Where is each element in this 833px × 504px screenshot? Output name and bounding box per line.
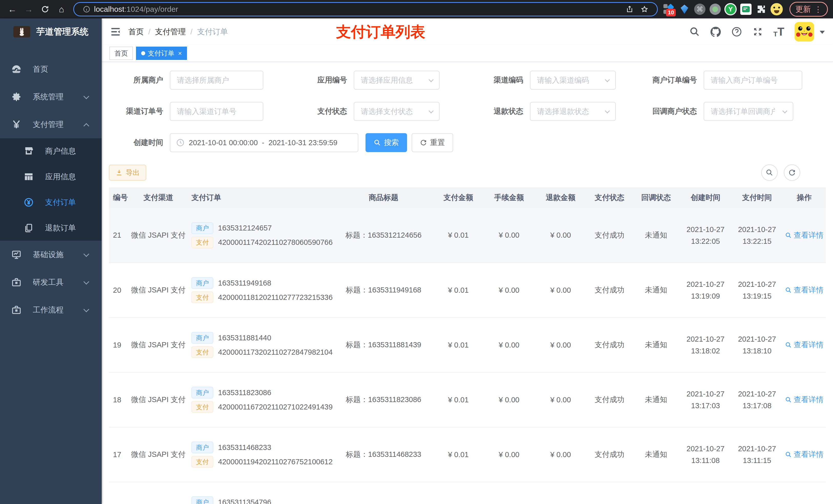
browser-home-button[interactable]: ⌂ [54, 2, 69, 16]
cell-pay-status: 支付成功 [587, 263, 633, 317]
sidebar-item-merchant-info[interactable]: 商户信息 [0, 138, 102, 164]
github-icon[interactable] [710, 26, 721, 37]
close-icon[interactable]: × [178, 49, 182, 57]
cell-create-time: 2021-10-2713:22:05 [680, 208, 731, 263]
date-end: 2021-10-31 23:59:59 [268, 139, 337, 147]
sidebar-item-system[interactable]: 系统管理 [0, 83, 102, 111]
avatar-dropdown-caret[interactable] [820, 31, 825, 37]
share-icon[interactable] [626, 5, 634, 13]
view-detail-link[interactable]: 查看详情 [785, 340, 824, 350]
merchant-select-input[interactable] [170, 71, 263, 90]
sidebar-item-label: 系统管理 [33, 92, 64, 102]
channel-code-select-input[interactable] [530, 71, 616, 90]
page-content: 所属商户 应用编号 渠道编码 商户订单编号 [102, 62, 833, 504]
browser-update-button[interactable]: 更新 ⋮ [789, 2, 828, 17]
fullscreen-icon[interactable] [752, 26, 763, 37]
pay-status-select-input[interactable] [354, 102, 439, 121]
browser-profile-avatar[interactable] [770, 3, 783, 16]
extension-command-icon[interactable]: ⌘ [693, 3, 707, 16]
extension-record-icon[interactable] [709, 3, 722, 16]
help-icon[interactable] [731, 26, 742, 37]
pay-tag: 支付 [191, 346, 213, 358]
cell-pay-order: 商户1635312124657 支付4200001174202110278060… [187, 208, 334, 263]
col-pay-order: 支付订单 [187, 188, 334, 208]
sidebar-item-app-info[interactable]: 应用信息 [0, 164, 102, 190]
toggle-search-button[interactable] [761, 164, 778, 181]
refresh-table-button[interactable] [784, 164, 800, 181]
font-size-icon[interactable]: TT [773, 26, 784, 38]
user-avatar[interactable] [794, 22, 814, 42]
cell-channel [129, 482, 188, 504]
merchant-tag: 商户 [191, 277, 213, 289]
channel-order-no-input[interactable] [170, 102, 263, 121]
sidebar-item-dev-tools[interactable]: 研发工具 [0, 268, 102, 296]
view-detail-link[interactable]: 查看详情 [785, 450, 824, 460]
rabbit-icon [18, 27, 26, 36]
reset-button[interactable]: 重置 [412, 133, 453, 152]
tag-label: 支付订单 [148, 49, 174, 58]
cell-id: 19 [109, 317, 129, 373]
cell-create-time: 2021-10-2713:17:03 [680, 373, 731, 427]
extension-workspace-icon[interactable]: 10 [662, 3, 676, 16]
browser-back-button[interactable]: ← [5, 2, 20, 16]
merchant-order-no: 1635311881440 [218, 334, 271, 342]
field-label: 渠道订单号 [109, 106, 170, 117]
gear-icon [11, 92, 22, 102]
shop-icon [24, 146, 34, 156]
cell-amount: ¥ 0.01 [433, 427, 483, 482]
cell-actions [783, 482, 826, 504]
view-detail-link[interactable]: 查看详情 [785, 285, 824, 295]
col-fee: 手续金额 [483, 188, 534, 208]
bookmark-star-icon[interactable] [641, 5, 648, 13]
notify-status-select-input[interactable] [704, 102, 793, 121]
yen-icon [11, 119, 22, 129]
sidebar-collapse-icon[interactable] [110, 26, 121, 38]
export-button[interactable]: 导出 [109, 165, 146, 181]
sidebar-item-workflow[interactable]: 工作流程 [0, 296, 102, 324]
field-label: 创建时间 [109, 138, 170, 148]
tags-view: 首页 支付订单 × [102, 45, 833, 62]
cell-notify-status: 未通知 [633, 263, 680, 317]
pikachu-avatar-icon [794, 22, 814, 42]
extension-chat-icon[interactable] [739, 3, 753, 16]
tag-pay-order[interactable]: 支付订单 × [136, 47, 187, 60]
cell-pay-time: 2021-10-2713:22:15 [731, 208, 783, 263]
sidebar-item-infra[interactable]: 基础设施 [0, 241, 102, 268]
browser-menu-icon[interactable]: ⋮ [814, 5, 822, 14]
cell-pay-time [731, 482, 783, 504]
view-detail-link[interactable]: 查看详情 [785, 394, 824, 405]
table-row: 商户1635311354796 支付 [109, 482, 826, 504]
merchant-tag: 商户 [191, 496, 213, 504]
search-icon[interactable] [689, 26, 700, 37]
sidebar-item-home[interactable]: 首页 [0, 55, 102, 83]
breadcrumb-home[interactable]: 首页 [128, 27, 144, 37]
sidebar-item-payment[interactable]: 支付管理 [0, 111, 102, 138]
view-detail-link[interactable]: 查看详情 [785, 230, 824, 240]
app-select-input[interactable] [354, 71, 439, 90]
url-bar[interactable]: localhost:1024/pay/order [73, 2, 658, 16]
tag-home[interactable]: 首页 [110, 47, 133, 60]
sidebar-item-refund-order[interactable]: 退款订单 [0, 215, 102, 241]
extension-gem-icon[interactable] [678, 3, 691, 16]
search-icon [374, 139, 381, 146]
monitor-chart-icon [11, 249, 22, 260]
extensions-puzzle-icon[interactable] [755, 3, 768, 16]
search-button[interactable]: 搜索 [365, 133, 407, 152]
merchant-order-no-input[interactable] [704, 71, 802, 90]
browser-forward-button[interactable]: → [22, 2, 36, 16]
sidebar-item-pay-order[interactable]: 支付订单 [0, 190, 102, 215]
search-icon [766, 169, 773, 176]
cell-notify-status: 未通知 [633, 427, 680, 482]
table-row: 19 微信 JSAPI 支付 商户1635311881440 支付4200001… [109, 317, 826, 373]
refund-status-select-input[interactable] [530, 102, 616, 121]
col-refund: 退款金额 [534, 188, 586, 208]
sidebar-item-label: 基础设施 [33, 249, 64, 260]
cell-channel: 微信 JSAPI 支付 [129, 373, 188, 427]
field-label: 应用编号 [270, 75, 354, 85]
extension-y-icon[interactable]: Y [724, 3, 737, 16]
pay-order-no: 4200001194202110276752100612 [218, 458, 332, 466]
cell-pay-time: 2021-10-2713:11:15 [731, 427, 783, 482]
create-time-range-input[interactable]: 2021-10-01 00:00:00 - 2021-10-31 23:59:5… [170, 133, 358, 152]
breadcrumb-pay-manage[interactable]: 支付管理 [155, 27, 186, 37]
browser-reload-button[interactable] [38, 2, 52, 16]
